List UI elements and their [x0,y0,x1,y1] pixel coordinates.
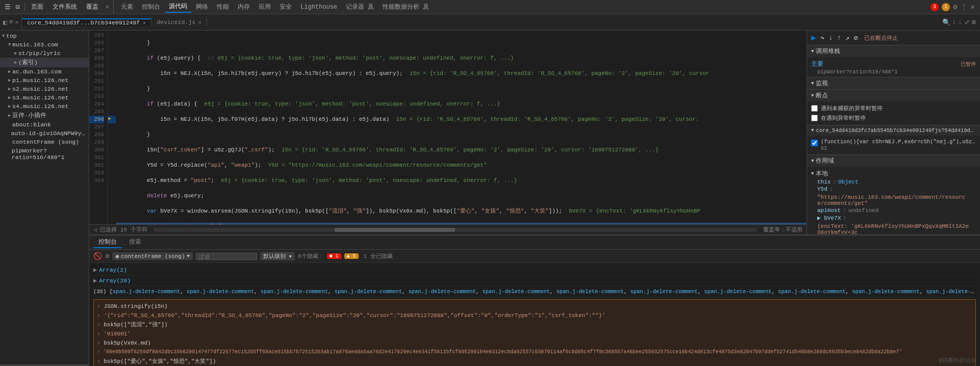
callstack-header[interactable]: ▼ 调用堆栈 [807,45,980,57]
debug-paused-title: 已在断点停止 [864,34,898,42]
nav-more[interactable]: » [104,3,111,12]
bp-uncaught-check[interactable] [811,105,818,112]
tree-item-pipworker[interactable]: pipWorker?ratio=516/480*1 [0,146,89,162]
filter-icon[interactable]: ⊘ [105,252,109,260]
code-action-1[interactable]: ↕ [952,18,957,26]
scope-y5d: Y5d:"https://music.163.com/weapi/comment… [811,186,976,207]
bp-uncaught[interactable]: 遇到未捕获的异常时暂停 [811,103,976,113]
expand-arrow-2[interactable]: ▶ [93,277,97,284]
console-json-val: › '{"rid":"R_SO_4_65766","threadId":"R_S… [97,311,972,320]
tab-performance[interactable]: 性能 [213,2,233,12]
tree-item-index[interactable]: ▶ (索引) [0,58,89,67]
bp-file-header[interactable]: ▼ core_54dd419d3fc7ab5545b7cb34e091249fj… [807,125,980,136]
clear-console-btn[interactable]: 🚫 [93,252,102,260]
search-code-icon[interactable]: 🔍 [942,18,950,27]
console-array2[interactable]: ▶Array(2) [93,265,976,276]
bp-any-exception[interactable]: 在遇到异常时暂停 [811,113,976,123]
scope-content: ▼本地 this:Object Y5d:"https://music.163.c… [807,167,980,234]
file-tab-core-close[interactable]: ✕ [143,20,146,26]
sidebar-tree: ▼ top ▼ music.163.com ▶ st/pip/lyric ▶ (… [0,31,89,364]
sidebar-arrow-icon[interactable]: » [15,19,19,25]
close-icon[interactable]: ✕ [971,3,975,11]
code-line-3: i5n = NEJ.X(i5n, j5o.hi7b(e5j.query) ? j… [116,70,807,77]
code-line-5: if (e5j.data) { e5j = {cookie: true, typ… [116,100,807,108]
watch-section: ▼ 监视 [807,77,980,90]
tree-item-p1music[interactable]: ▶ p1.music.126.net [0,76,89,85]
default-level-btn[interactable]: 默认级别 ▼ [260,252,295,260]
sidebar-more-icon[interactable]: ≡ [9,18,13,26]
console-content: ▶Array(2) ▶Array(20) (35) [span.j-delete… [89,263,980,366]
tree-item-top[interactable]: ▼ top [0,32,89,40]
code-line-1: } [116,39,807,47]
file-tab-core[interactable]: core_54dd419d3f...b7cb34e091249f ✕ [22,18,152,26]
tab-sources[interactable]: 源代码 [165,1,191,13]
debug-deactivate-btn[interactable]: ⊘ [853,34,858,42]
watch-header[interactable]: ▼ 监视 [807,77,980,89]
tab-application[interactable]: 应用 [255,2,275,12]
bottom-tab-console[interactable]: 控制台 [93,237,122,248]
bp-file-content: (function(){var c5h=NEJ.P,ex6r=c5h("nej.… [807,136,980,154]
debug-step-btn[interactable]: ↗ [845,34,849,42]
nav-coverage[interactable]: 覆盖 [82,2,103,12]
bp-file-item[interactable]: (function(){var c5h=NEJ.P,ex6r=c5h("nej.… [811,138,976,152]
tree-item-doupan[interactable]: ▶ 豆伴·小插件 [0,111,89,120]
scope-local-header[interactable]: ▼本地 [811,169,976,178]
file-tab-deviceid-close[interactable]: ✕ [198,19,202,25]
settings-icon[interactable]: ⚙ [953,3,957,11]
console-array20[interactable]: ▶Array(20) [93,276,976,286]
context-selector[interactable]: ◉ contentFrame (song) ▼ [112,252,192,260]
file-tab-deviceid[interactable]: deviceid.js ✕ [152,18,207,26]
code-action-4[interactable]: ⊞ [972,18,976,27]
debug-stepout-btn[interactable]: ↑ [837,34,841,42]
tab-perf-insights[interactable]: 性能数据分析 及 [379,2,433,12]
filter-input-wrapper [196,253,257,260]
nav-page[interactable]: 页面 [27,2,47,12]
console-bsk5p-2: › bsk5p(["爱心","女孩","惊恐","大笑"]) [97,357,972,366]
tree-item-contentframe[interactable]: contentFrame (song) [0,138,89,146]
debug-stepover-btn[interactable]: ↷ [820,34,824,42]
callstack-item-label: 主要 [811,60,823,68]
code-action-2[interactable]: ↓ [958,18,962,26]
bottom-tab-search[interactable]: 搜索 [124,237,146,248]
callstack-item-main[interactable]: 主要 已暂停 [811,59,976,69]
debug-stepinto-btn[interactable]: ↓ [828,34,833,42]
debug-resume-btn[interactable]: ▶ [811,33,816,43]
bp-file-check[interactable] [811,140,818,146]
tab-console[interactable]: 控制台 [138,2,164,12]
callstack-paused-badge: 已暂停 [961,61,976,68]
tree-item-pip-lyric[interactable]: ▶ st/pip/lyric [0,49,89,58]
code-line-6: i5n = NEJ.X(i5n, j5o.f07H(e5j.data) ? j5… [116,116,807,123]
tab-memory[interactable]: 内存 [234,2,254,12]
expand-arrow-1[interactable]: ▶ [93,267,97,273]
scope-header[interactable]: ▼ 作用域 [807,155,980,167]
tree-item-s3music[interactable]: ▶ s3.music.126.net [0,93,89,102]
breakpoints-header[interactable]: ▼ 断点 [807,90,980,101]
devtools-icon2[interactable]: ⊡ [14,3,21,11]
console-filter-input[interactable] [198,253,255,259]
nav-filesystem[interactable]: 文件系统 [48,2,81,12]
code-panel: 2852862872882892902912922932942952962972… [89,31,807,234]
console-highlighted-block: › JSON.stringify(i5n) › '{"rid":"R_SO_4_… [93,299,976,366]
more-icon[interactable]: ⋮ [961,3,968,11]
tree-item-s2music[interactable]: ▶ s2.music.126.net [0,85,89,93]
sidebar-toggle-icon[interactable]: ◧ [3,18,7,27]
code-action-3[interactable]: ⤢ [964,18,970,27]
console-bsk5p-1-val: › '010001' [97,329,972,338]
tree-item-music163[interactable]: ▼ music.163.com [0,40,89,49]
tab-network[interactable]: 网络 [192,2,212,12]
file-tabs-bar: ◧ ≡ » core_54dd419d3f...b7cb34e091249f ✕… [0,14,980,31]
tab-lighthouse[interactable]: Lighthouse [296,3,341,12]
tab-security[interactable]: 安全 [275,2,296,12]
tab-recorder[interactable]: 记录器 及 [342,2,378,12]
tree-item-s4music[interactable]: ▶ s4.music.126.net [0,102,89,111]
devtools-icon1[interactable]: ☰ [3,3,12,11]
all-hidden-label: 1 全已隐藏 [364,252,393,260]
context-dropdown-arrow[interactable]: ▼ [187,254,189,259]
horizontal-scrollbar[interactable] [154,228,757,232]
tree-item-blank[interactable]: about:blank [0,120,89,129]
context-icon: ◉ [115,253,119,259]
tree-item-autoid[interactable]: auto-id-giviOAqNPW9yyrzi (abo... [0,129,89,138]
tab-elements[interactable]: 元素 [117,2,137,12]
bp-any-check[interactable] [811,115,818,121]
tree-item-acdun[interactable]: ▶ ac.dun.163.com [0,67,89,76]
